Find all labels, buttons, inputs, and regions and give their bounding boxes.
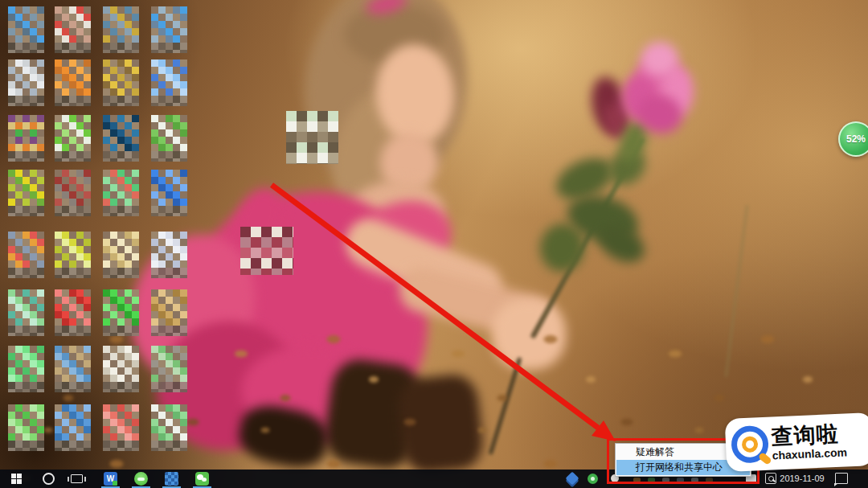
mosaic-cell <box>76 35 84 43</box>
mosaic-cell <box>132 318 139 326</box>
mosaic-cell <box>8 367 15 375</box>
mosaic-cell <box>110 170 117 177</box>
mosaic-cell <box>180 353 187 360</box>
desktop-icon[interactable] <box>103 289 139 336</box>
mosaic-cell <box>37 103 44 106</box>
taskbar-clock-date[interactable]: 2019-11-09 <box>773 474 831 483</box>
mosaic-cell <box>158 50 166 53</box>
mosaic-cell <box>84 170 91 177</box>
mosaic-cell <box>8 382 15 389</box>
cortana-search-icon[interactable] <box>43 473 55 485</box>
mosaic-cell <box>23 441 30 448</box>
mosaic-cell <box>173 137 180 144</box>
mosaic-cell <box>180 43 187 50</box>
taskbar-app-blue-cube-icon[interactable] <box>165 472 178 486</box>
mosaic-cell <box>15 404 23 412</box>
mosaic-cell <box>23 74 30 81</box>
mosaic-cell <box>166 311 173 318</box>
desktop-icon[interactable] <box>103 232 139 278</box>
start-button[interactable] <box>5 470 27 488</box>
taskbar-app-green-utility-icon[interactable] <box>134 472 148 486</box>
mosaic-cell <box>158 289 166 297</box>
mosaic-cell <box>8 67 15 74</box>
desktop-icon[interactable] <box>151 59 187 106</box>
desktop-icon[interactable] <box>103 115 139 162</box>
desktop-icon[interactable] <box>103 59 139 106</box>
mosaic-cell <box>37 289 44 297</box>
mosaic-cell <box>151 199 158 206</box>
desktop-icon[interactable] <box>103 404 139 451</box>
desktop-icon[interactable] <box>55 346 91 392</box>
mosaic-cell <box>8 170 15 177</box>
taskbar-app-wps-icon[interactable]: W <box>104 472 117 486</box>
mosaic-cell <box>62 28 69 35</box>
mosaic-cell <box>110 103 117 106</box>
action-center-icon[interactable] <box>835 473 848 484</box>
desktop-icon[interactable] <box>55 232 91 278</box>
mosaic-cell <box>8 333 15 336</box>
mosaic-cell <box>55 170 62 177</box>
mosaic-cell <box>84 304 91 311</box>
desktop-icon[interactable] <box>8 346 44 392</box>
desktop-icon[interactable] <box>8 232 44 278</box>
mosaic-cell <box>132 353 139 360</box>
desktop-icon[interactable] <box>8 404 44 451</box>
tray-blue-stack-icon[interactable] <box>566 472 579 486</box>
mosaic-cell <box>23 50 30 53</box>
mosaic-cell <box>62 404 69 412</box>
desktop-icon[interactable] <box>151 170 187 216</box>
mosaic-cell <box>158 21 166 28</box>
mosaic-cell <box>151 129 158 137</box>
mosaic-cell <box>180 318 187 326</box>
tray-green-circle-icon[interactable] <box>588 474 598 484</box>
taskbar-app-wechat-icon[interactable] <box>195 472 209 486</box>
mosaic-cell <box>69 382 76 389</box>
desktop-icon[interactable] <box>103 346 139 392</box>
logo-magnifier-handle <box>758 452 772 465</box>
desktop-icon[interactable] <box>151 6 187 53</box>
mosaic-cell <box>84 28 91 35</box>
desktop-icon[interactable] <box>55 404 91 451</box>
mosaic-cell <box>23 137 30 144</box>
mosaic-cell <box>110 6 117 14</box>
mosaic-cell <box>15 360 23 367</box>
mosaic-cell <box>125 275 132 278</box>
desktop-icon[interactable] <box>8 170 44 216</box>
mosaic-cell <box>62 389 69 392</box>
task-view-icon[interactable] <box>71 474 83 483</box>
desktop-icon[interactable] <box>55 59 91 106</box>
mosaic-cell <box>166 122 173 129</box>
desktop-icon[interactable] <box>55 115 91 162</box>
desktop-icon[interactable] <box>151 404 187 451</box>
mosaic-cell <box>166 21 173 28</box>
mosaic-cell <box>180 206 187 213</box>
mosaic-cell <box>8 318 15 326</box>
desktop-icon[interactable] <box>151 115 187 162</box>
mosaic-cell <box>173 441 180 448</box>
mosaic-cell <box>55 353 62 360</box>
desktop-icon[interactable] <box>151 289 187 336</box>
mosaic-cell <box>15 21 23 28</box>
mosaic-cell <box>103 311 110 318</box>
desktop-icon[interactable] <box>55 6 91 53</box>
desktop-icon[interactable] <box>8 115 44 162</box>
desktop-icon[interactable] <box>151 346 187 392</box>
desktop-icon[interactable] <box>103 170 139 216</box>
mosaic-cell <box>166 375 173 382</box>
desktop-icon[interactable] <box>8 289 44 336</box>
mosaic-cell <box>103 88 110 96</box>
mosaic-cell <box>55 419 62 426</box>
mosaic-cell <box>103 367 110 375</box>
desktop-icon[interactable] <box>55 289 91 336</box>
mosaic-cell <box>158 115 166 122</box>
desktop-icon[interactable] <box>8 59 44 106</box>
mosaic-cell <box>117 433 125 441</box>
desktop-icon[interactable] <box>151 232 187 278</box>
desktop-icon[interactable] <box>55 170 91 216</box>
floating-optimizer-ball[interactable]: 52% <box>838 121 868 157</box>
mosaic-cell <box>110 239 117 246</box>
mosaic-cell <box>76 43 84 50</box>
mosaic-cell <box>117 382 125 389</box>
desktop-icon[interactable] <box>8 6 44 53</box>
desktop-icon[interactable] <box>103 6 139 53</box>
